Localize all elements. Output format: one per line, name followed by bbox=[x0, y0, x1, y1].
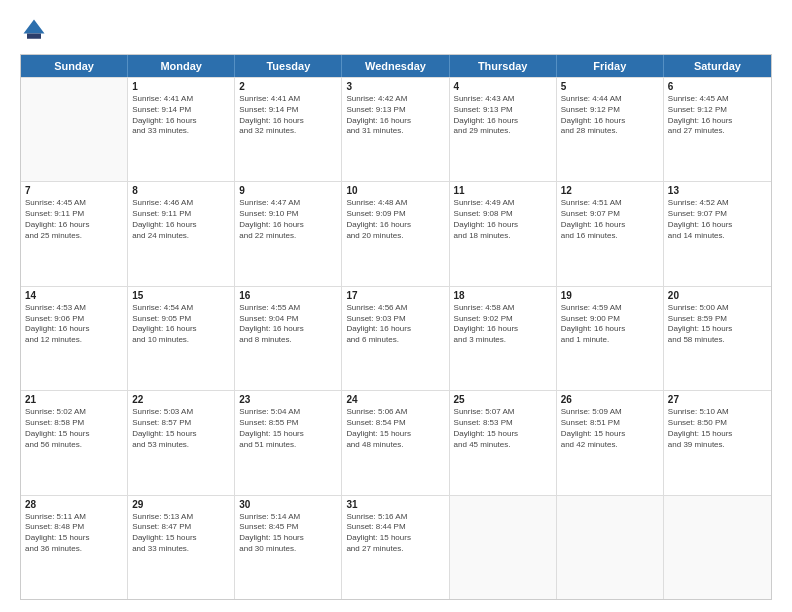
cell-info: Sunrise: 4:42 AM Sunset: 9:13 PM Dayligh… bbox=[346, 94, 444, 137]
cal-cell-9: 9Sunrise: 4:47 AM Sunset: 9:10 PM Daylig… bbox=[235, 182, 342, 285]
page: SundayMondayTuesdayWednesdayThursdayFrid… bbox=[0, 0, 792, 612]
cal-header-tuesday: Tuesday bbox=[235, 55, 342, 77]
cell-info: Sunrise: 5:14 AM Sunset: 8:45 PM Dayligh… bbox=[239, 512, 337, 555]
cal-cell-empty-6 bbox=[664, 496, 771, 599]
svg-rect-1 bbox=[27, 34, 41, 39]
cal-cell-8: 8Sunrise: 4:46 AM Sunset: 9:11 PM Daylig… bbox=[128, 182, 235, 285]
cal-header-saturday: Saturday bbox=[664, 55, 771, 77]
header bbox=[20, 16, 772, 44]
cal-cell-3: 3Sunrise: 4:42 AM Sunset: 9:13 PM Daylig… bbox=[342, 78, 449, 181]
cell-info: Sunrise: 4:53 AM Sunset: 9:06 PM Dayligh… bbox=[25, 303, 123, 346]
cal-cell-7: 7Sunrise: 4:45 AM Sunset: 9:11 PM Daylig… bbox=[21, 182, 128, 285]
cell-info: Sunrise: 5:16 AM Sunset: 8:44 PM Dayligh… bbox=[346, 512, 444, 555]
cal-cell-17: 17Sunrise: 4:56 AM Sunset: 9:03 PM Dayli… bbox=[342, 287, 449, 390]
cal-header-wednesday: Wednesday bbox=[342, 55, 449, 77]
cell-info: Sunrise: 4:55 AM Sunset: 9:04 PM Dayligh… bbox=[239, 303, 337, 346]
cell-info: Sunrise: 4:56 AM Sunset: 9:03 PM Dayligh… bbox=[346, 303, 444, 346]
cal-cell-2: 2Sunrise: 4:41 AM Sunset: 9:14 PM Daylig… bbox=[235, 78, 342, 181]
day-number: 17 bbox=[346, 290, 444, 301]
cell-info: Sunrise: 4:45 AM Sunset: 9:12 PM Dayligh… bbox=[668, 94, 767, 137]
cal-cell-1: 1Sunrise: 4:41 AM Sunset: 9:14 PM Daylig… bbox=[128, 78, 235, 181]
svg-marker-0 bbox=[24, 20, 45, 34]
cal-cell-11: 11Sunrise: 4:49 AM Sunset: 9:08 PM Dayli… bbox=[450, 182, 557, 285]
cal-cell-22: 22Sunrise: 5:03 AM Sunset: 8:57 PM Dayli… bbox=[128, 391, 235, 494]
cal-cell-31: 31Sunrise: 5:16 AM Sunset: 8:44 PM Dayli… bbox=[342, 496, 449, 599]
day-number: 13 bbox=[668, 185, 767, 196]
cal-cell-24: 24Sunrise: 5:06 AM Sunset: 8:54 PM Dayli… bbox=[342, 391, 449, 494]
cell-info: Sunrise: 5:10 AM Sunset: 8:50 PM Dayligh… bbox=[668, 407, 767, 450]
cal-cell-6: 6Sunrise: 4:45 AM Sunset: 9:12 PM Daylig… bbox=[664, 78, 771, 181]
cell-info: Sunrise: 4:41 AM Sunset: 9:14 PM Dayligh… bbox=[132, 94, 230, 137]
day-number: 12 bbox=[561, 185, 659, 196]
cal-header-friday: Friday bbox=[557, 55, 664, 77]
logo-icon bbox=[20, 16, 48, 44]
cal-cell-13: 13Sunrise: 4:52 AM Sunset: 9:07 PM Dayli… bbox=[664, 182, 771, 285]
day-number: 10 bbox=[346, 185, 444, 196]
day-number: 16 bbox=[239, 290, 337, 301]
day-number: 11 bbox=[454, 185, 552, 196]
day-number: 22 bbox=[132, 394, 230, 405]
day-number: 21 bbox=[25, 394, 123, 405]
cal-header-monday: Monday bbox=[128, 55, 235, 77]
cal-header-thursday: Thursday bbox=[450, 55, 557, 77]
cal-cell-21: 21Sunrise: 5:02 AM Sunset: 8:58 PM Dayli… bbox=[21, 391, 128, 494]
day-number: 5 bbox=[561, 81, 659, 92]
cal-cell-19: 19Sunrise: 4:59 AM Sunset: 9:00 PM Dayli… bbox=[557, 287, 664, 390]
cal-row-1: 7Sunrise: 4:45 AM Sunset: 9:11 PM Daylig… bbox=[21, 181, 771, 285]
cell-info: Sunrise: 4:45 AM Sunset: 9:11 PM Dayligh… bbox=[25, 198, 123, 241]
cell-info: Sunrise: 5:00 AM Sunset: 8:59 PM Dayligh… bbox=[668, 303, 767, 346]
cell-info: Sunrise: 5:13 AM Sunset: 8:47 PM Dayligh… bbox=[132, 512, 230, 555]
cell-info: Sunrise: 5:11 AM Sunset: 8:48 PM Dayligh… bbox=[25, 512, 123, 555]
day-number: 6 bbox=[668, 81, 767, 92]
day-number: 18 bbox=[454, 290, 552, 301]
day-number: 23 bbox=[239, 394, 337, 405]
logo bbox=[20, 16, 52, 44]
day-number: 26 bbox=[561, 394, 659, 405]
day-number: 9 bbox=[239, 185, 337, 196]
cal-cell-27: 27Sunrise: 5:10 AM Sunset: 8:50 PM Dayli… bbox=[664, 391, 771, 494]
cal-cell-23: 23Sunrise: 5:04 AM Sunset: 8:55 PM Dayli… bbox=[235, 391, 342, 494]
cell-info: Sunrise: 4:47 AM Sunset: 9:10 PM Dayligh… bbox=[239, 198, 337, 241]
cal-cell-20: 20Sunrise: 5:00 AM Sunset: 8:59 PM Dayli… bbox=[664, 287, 771, 390]
cal-cell-empty-0 bbox=[21, 78, 128, 181]
cal-cell-14: 14Sunrise: 4:53 AM Sunset: 9:06 PM Dayli… bbox=[21, 287, 128, 390]
day-number: 8 bbox=[132, 185, 230, 196]
day-number: 7 bbox=[25, 185, 123, 196]
day-number: 28 bbox=[25, 499, 123, 510]
calendar-body: 1Sunrise: 4:41 AM Sunset: 9:14 PM Daylig… bbox=[21, 77, 771, 599]
cell-info: Sunrise: 5:06 AM Sunset: 8:54 PM Dayligh… bbox=[346, 407, 444, 450]
cal-row-3: 21Sunrise: 5:02 AM Sunset: 8:58 PM Dayli… bbox=[21, 390, 771, 494]
cell-info: Sunrise: 4:54 AM Sunset: 9:05 PM Dayligh… bbox=[132, 303, 230, 346]
calendar: SundayMondayTuesdayWednesdayThursdayFrid… bbox=[20, 54, 772, 600]
cal-cell-15: 15Sunrise: 4:54 AM Sunset: 9:05 PM Dayli… bbox=[128, 287, 235, 390]
day-number: 24 bbox=[346, 394, 444, 405]
cell-info: Sunrise: 4:51 AM Sunset: 9:07 PM Dayligh… bbox=[561, 198, 659, 241]
cell-info: Sunrise: 4:49 AM Sunset: 9:08 PM Dayligh… bbox=[454, 198, 552, 241]
cal-header-sunday: Sunday bbox=[21, 55, 128, 77]
day-number: 31 bbox=[346, 499, 444, 510]
cell-info: Sunrise: 5:02 AM Sunset: 8:58 PM Dayligh… bbox=[25, 407, 123, 450]
day-number: 29 bbox=[132, 499, 230, 510]
cal-cell-30: 30Sunrise: 5:14 AM Sunset: 8:45 PM Dayli… bbox=[235, 496, 342, 599]
day-number: 27 bbox=[668, 394, 767, 405]
cal-cell-empty-4 bbox=[450, 496, 557, 599]
day-number: 15 bbox=[132, 290, 230, 301]
cal-row-0: 1Sunrise: 4:41 AM Sunset: 9:14 PM Daylig… bbox=[21, 77, 771, 181]
cal-row-4: 28Sunrise: 5:11 AM Sunset: 8:48 PM Dayli… bbox=[21, 495, 771, 599]
cal-cell-28: 28Sunrise: 5:11 AM Sunset: 8:48 PM Dayli… bbox=[21, 496, 128, 599]
cal-cell-empty-5 bbox=[557, 496, 664, 599]
cell-info: Sunrise: 4:59 AM Sunset: 9:00 PM Dayligh… bbox=[561, 303, 659, 346]
cal-cell-29: 29Sunrise: 5:13 AM Sunset: 8:47 PM Dayli… bbox=[128, 496, 235, 599]
cal-cell-25: 25Sunrise: 5:07 AM Sunset: 8:53 PM Dayli… bbox=[450, 391, 557, 494]
cell-info: Sunrise: 4:41 AM Sunset: 9:14 PM Dayligh… bbox=[239, 94, 337, 137]
cal-cell-10: 10Sunrise: 4:48 AM Sunset: 9:09 PM Dayli… bbox=[342, 182, 449, 285]
cell-info: Sunrise: 4:52 AM Sunset: 9:07 PM Dayligh… bbox=[668, 198, 767, 241]
cell-info: Sunrise: 5:09 AM Sunset: 8:51 PM Dayligh… bbox=[561, 407, 659, 450]
cell-info: Sunrise: 4:46 AM Sunset: 9:11 PM Dayligh… bbox=[132, 198, 230, 241]
day-number: 25 bbox=[454, 394, 552, 405]
cal-cell-12: 12Sunrise: 4:51 AM Sunset: 9:07 PM Dayli… bbox=[557, 182, 664, 285]
cal-cell-5: 5Sunrise: 4:44 AM Sunset: 9:12 PM Daylig… bbox=[557, 78, 664, 181]
cell-info: Sunrise: 4:43 AM Sunset: 9:13 PM Dayligh… bbox=[454, 94, 552, 137]
day-number: 4 bbox=[454, 81, 552, 92]
cell-info: Sunrise: 4:44 AM Sunset: 9:12 PM Dayligh… bbox=[561, 94, 659, 137]
